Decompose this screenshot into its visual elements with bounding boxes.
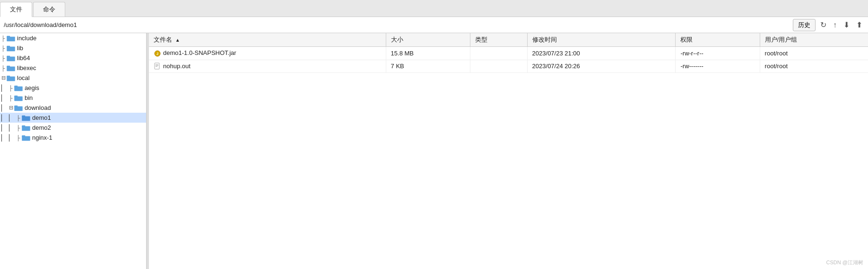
tab-commands[interactable]: 命令 [33,2,65,17]
tree-indent: │ [8,114,15,121]
tree-label: demo2 [32,124,51,131]
leaf-connector: ├ [0,35,7,42]
expand-icon[interactable]: ⊟ [8,105,14,111]
tree-label: lib [17,45,23,52]
svg-rect-24 [155,63,159,69]
folder-icon [14,85,23,91]
table-row[interactable]: J demo1-1.0-SNAPSHOT.jar 15.8 MB 2023/07… [149,47,868,60]
tab-files[interactable]: 文件 [0,2,32,17]
up-icon[interactable]: ↑ [831,20,839,30]
leaf-connector: ├ [15,115,22,121]
svg-rect-11 [14,85,17,87]
tree-item[interactable]: ├ lib [0,43,146,53]
svg-rect-5 [7,55,10,57]
leaf-connector: ├ [15,125,22,131]
tree-item[interactable]: │├ bin [0,93,146,103]
svg-rect-17 [22,115,25,117]
folder-icon [7,55,15,62]
history-button[interactable]: 历史 [793,19,816,31]
file-size: 15.8 MB [386,47,470,60]
table-row[interactable]: nohup.out 7 KB 2023/07/24 20:26 -rw-----… [149,60,868,73]
tree-label: libexec [17,64,36,72]
tree-item[interactable]: ├ lib64 [0,53,146,63]
svg-rect-7 [7,65,10,67]
folder-icon [22,115,30,121]
file-table: 文件名 ▲ 大小 类型 修改时间 权限 用户/用户组 J demo1-1.0-S… [149,33,868,73]
col-permissions[interactable]: 权限 [676,33,760,47]
file-owner: root/root [760,47,868,60]
tree-indent: │ [0,84,8,91]
svg-rect-1 [7,36,10,37]
tree-indent: │ [0,134,8,141]
file-permissions: -rw-r--r-- [676,47,760,60]
folder-icon [14,105,23,111]
leaf-connector: ├ [8,95,14,101]
folder-icon [7,45,15,52]
svg-text:J: J [156,52,158,55]
file-size: 7 KB [386,60,470,73]
tree-panel: ├ include├ lib├ lib64├ libexec⊟ local│├ … [0,33,147,269]
tree-label: bin [25,94,33,101]
sort-arrow-name: ▲ [175,37,180,43]
folder-icon [22,125,30,131]
folder-icon [22,134,30,141]
col-size[interactable]: 大小 [386,33,470,47]
tree-label: lib64 [17,54,30,62]
col-modified[interactable]: 修改时间 [527,33,676,47]
refresh-icon[interactable]: ↻ [818,19,828,30]
tree-item[interactable]: ││├ demo1 [0,113,146,123]
tree-item[interactable]: │├ aegis [0,83,146,93]
svg-rect-26 [156,65,158,66]
col-name[interactable]: 文件名 ▲ [149,33,386,47]
watermark: CSDN @江湖树 [826,259,863,266]
folder-icon [7,35,15,42]
leaf-connector: ├ [0,45,7,52]
tree-item[interactable]: │⊟ download [0,103,146,113]
file-permissions: -rw------- [676,60,760,73]
tree-item[interactable]: ├ include [0,33,146,43]
file-name: J demo1-1.0-SNAPSHOT.jar [149,47,386,60]
leaf-connector: ├ [0,55,7,62]
tree-item[interactable]: ├ libexec [0,63,146,73]
main-content: ├ include├ lib├ lib64├ libexec⊟ local│├ … [0,33,868,269]
file-name: nohup.out [149,60,386,73]
svg-rect-21 [22,135,25,137]
tree-label: local [17,74,30,81]
svg-rect-19 [22,125,25,127]
leaf-connector: ├ [15,134,22,141]
tree-indent: │ [0,104,8,111]
svg-rect-9 [7,75,10,77]
path-bar: /usr/local/download/demo1 历史 ↻ ↑ ⬇ ⬆ [0,17,868,33]
tree-label: demo1 [32,114,51,121]
svg-rect-25 [156,64,158,65]
tree-item[interactable]: ││├ nginx-1 [0,133,146,143]
tree-label: aegis [25,84,39,91]
file-panel: 文件名 ▲ 大小 类型 修改时间 权限 用户/用户组 J demo1-1.0-S… [149,33,868,269]
upload-icon[interactable]: ⬆ [854,19,864,30]
col-owner[interactable]: 用户/用户组 [760,33,868,47]
tree-item[interactable]: ││├ demo2 [0,123,146,133]
tree-label: nginx-1 [32,134,52,141]
tree-indent: │ [8,124,15,131]
leaf-connector: ├ [0,65,7,72]
file-type [470,47,527,60]
svg-rect-13 [14,95,17,97]
file-owner: root/root [760,60,868,73]
svg-rect-15 [14,105,17,107]
tree-label: include [17,35,36,42]
svg-rect-3 [7,45,10,47]
tree-item[interactable]: ⊟ local [0,73,146,83]
svg-rect-27 [156,66,157,67]
tree-indent: │ [0,124,8,131]
file-modified: 2023/07/24 20:26 [527,60,676,73]
tree-indent: │ [0,94,8,101]
tree-indent: │ [0,114,8,121]
download-icon[interactable]: ⬇ [842,19,851,30]
expand-icon[interactable]: ⊟ [0,75,7,81]
tab-bar: 文件 命令 [0,0,868,17]
file-modified: 2023/07/23 21:00 [527,47,676,60]
leaf-connector: ├ [8,85,14,91]
tree-indent: │ [8,134,15,141]
folder-icon [7,65,15,72]
col-type[interactable]: 类型 [470,33,527,47]
